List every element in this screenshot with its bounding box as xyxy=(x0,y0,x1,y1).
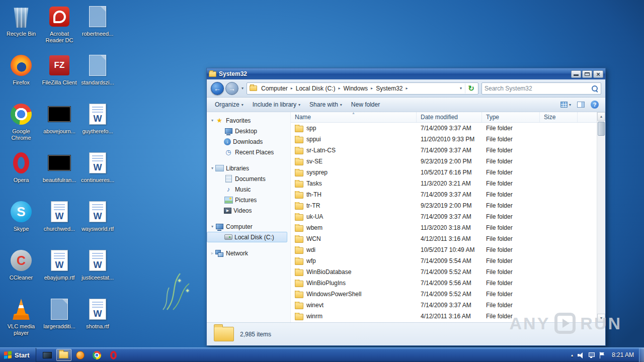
vertical-scrollbar[interactable]: ▲ ▼ xyxy=(597,112,605,322)
toolbar-button[interactable]: Organize ▾ xyxy=(211,99,248,110)
scrollbar-thumb[interactable] xyxy=(598,122,605,136)
file-row[interactable]: sr-Latn-CS 7/14/2009 3:37 AM File folder xyxy=(291,145,597,156)
nav-item[interactable]: ♪ Music xyxy=(207,184,287,195)
desktop-icon[interactable]: S Skype xyxy=(2,197,40,246)
nav-item[interactable]: ↓ Downloads xyxy=(207,136,287,147)
volume-icon[interactable] xyxy=(578,352,584,358)
taskbar-app-button[interactable] xyxy=(40,349,55,361)
desktop-icon[interactable]: W shotna.rtf xyxy=(78,295,117,343)
scroll-down-button[interactable]: ▼ xyxy=(597,314,605,322)
file-row[interactable]: spp 7/14/2009 3:37 AM File folder xyxy=(291,123,597,134)
desktop-icon[interactable]: C CCleaner xyxy=(2,246,40,295)
desktop-icon[interactable]: standardszi... xyxy=(78,51,117,100)
minimize-button[interactable] xyxy=(571,70,581,78)
tree-expander-icon[interactable]: ▾ xyxy=(210,224,215,229)
desktop-icon[interactable]: W churchwed... xyxy=(40,197,78,246)
column-header-name[interactable]: Name ▲ xyxy=(291,112,417,122)
refresh-button[interactable]: ↻ xyxy=(465,83,477,94)
desktop-icon[interactable]: VLC media player xyxy=(2,295,40,343)
desktop-icon[interactable]: beautifulran... xyxy=(40,148,78,197)
toolbar-button[interactable]: New folder xyxy=(347,99,386,110)
desktop-icon[interactable]: W ebayjump.rtf xyxy=(40,246,78,295)
file-row[interactable]: WCN 4/12/2011 3:16 AM File folder xyxy=(291,233,597,244)
breadcrumb-item[interactable]: Local Disk (C:) ▸ xyxy=(294,83,342,94)
forward-button[interactable]: → xyxy=(225,82,238,95)
toolbar-button[interactable]: Share with ▾ xyxy=(305,99,346,110)
taskbar-clock[interactable]: 8:21 AM xyxy=(607,348,639,362)
file-row[interactable]: wfp 7/14/2009 5:54 AM File folder xyxy=(291,255,597,266)
help-button[interactable]: ? xyxy=(588,99,601,110)
taskbar-app-button[interactable] xyxy=(90,349,105,361)
nav-item[interactable]: Documents xyxy=(207,173,287,184)
tree-expander-icon[interactable]: ▹ xyxy=(210,251,215,255)
nav-item[interactable]: Local Disk (C:) xyxy=(207,232,287,242)
nav-item[interactable]: Pictures xyxy=(207,195,287,205)
file-row[interactable]: sppui 11/20/2010 9:33 PM File folder xyxy=(291,134,597,145)
desktop-icon[interactable]: largeradditi... xyxy=(40,295,78,343)
desktop-icon[interactable]: Acrobat Reader DC xyxy=(40,2,78,51)
breadcrumb-separator-icon[interactable]: ▸ xyxy=(369,86,374,90)
breadcrumb-item[interactable]: Computer ▸ xyxy=(260,83,294,94)
search-icon[interactable] xyxy=(591,85,598,92)
desktop-icon[interactable]: Recycle Bin xyxy=(2,2,40,51)
taskbar-app-button[interactable] xyxy=(106,349,121,361)
tree-expander-icon[interactable]: ▾ xyxy=(210,166,215,170)
action-center-flag-icon[interactable] xyxy=(599,352,605,358)
breadcrumb-separator-icon[interactable]: ▸ xyxy=(404,86,409,90)
file-row[interactable]: uk-UA 7/14/2009 3:37 AM File folder xyxy=(291,211,597,222)
window-titlebar[interactable]: System32 xyxy=(207,68,605,79)
file-row[interactable]: wdi 10/5/2017 10:49 AM File folder xyxy=(291,244,597,255)
start-button[interactable]: Start xyxy=(0,348,36,362)
taskbar-app-button[interactable] xyxy=(56,349,71,361)
maximize-button[interactable] xyxy=(582,70,592,78)
file-row[interactable]: th-TH 7/14/2009 3:37 AM File folder xyxy=(291,189,597,200)
nav-item[interactable]: ▾ Libraries xyxy=(207,163,287,173)
show-desktop-button[interactable] xyxy=(639,348,644,362)
search-input[interactable] xyxy=(485,85,591,92)
breadcrumb-separator-icon[interactable]: ▸ xyxy=(289,86,294,90)
address-dropdown-button[interactable]: ▾ xyxy=(457,86,465,90)
desktop-icon[interactable]: abovejourn... xyxy=(40,100,78,148)
file-row[interactable]: sysprep 10/5/2017 6:16 PM File folder xyxy=(291,167,597,178)
desktop-icon[interactable]: Firefox xyxy=(2,51,40,100)
tree-expander-icon[interactable]: ▾ xyxy=(210,118,215,123)
breadcrumb-item[interactable]: Windows ▸ xyxy=(342,83,374,94)
close-button[interactable] xyxy=(593,70,603,78)
desktop-icon[interactable]: W waysworld.rtf xyxy=(78,197,117,246)
breadcrumb-item[interactable]: System32 ▸ xyxy=(374,83,409,94)
nav-item[interactable]: ▾ Computer xyxy=(207,221,287,232)
column-header-date-modified[interactable]: Date modified xyxy=(417,112,482,122)
desktop-icon[interactable]: W justiceestat... xyxy=(78,246,117,295)
nav-item[interactable]: ▾ ★ Favorites xyxy=(207,115,287,126)
back-button[interactable]: ← xyxy=(211,82,224,95)
file-row[interactable]: WinBioDatabase 7/14/2009 5:52 AM File fo… xyxy=(291,266,597,278)
nav-item[interactable]: Desktop xyxy=(207,126,287,136)
scroll-up-button[interactable]: ▲ xyxy=(597,112,605,121)
desktop-icon[interactable]: FZ FileZilla Client xyxy=(40,51,78,100)
column-header-type[interactable]: Type xyxy=(482,112,540,122)
file-row[interactable]: Tasks 11/3/2020 3:21 AM File folder xyxy=(291,178,597,189)
taskbar-app-button[interactable] xyxy=(73,349,88,361)
change-view-button[interactable]: ▾ xyxy=(558,100,574,109)
file-row[interactable]: sv-SE 9/23/2019 2:00 PM File folder xyxy=(291,156,597,167)
file-row[interactable]: tr-TR 9/23/2019 2:00 PM File folder xyxy=(291,200,597,211)
file-row[interactable]: winrm 4/12/2011 3:16 AM File folder xyxy=(291,311,597,322)
file-row[interactable]: WinBioPlugIns 7/14/2009 5:56 AM File fol… xyxy=(291,278,597,289)
tray-overflow-chevron-icon[interactable]: ▴ xyxy=(571,353,573,357)
scrollbar-track[interactable] xyxy=(597,121,605,314)
breadcrumb[interactable]: Computer ▸ Local Disk (C:) ▸ Windows ▸ S… xyxy=(247,82,478,95)
desktop-icon[interactable]: robertneed... xyxy=(78,2,117,51)
preview-pane-button[interactable] xyxy=(575,100,587,109)
file-row[interactable]: winevt 7/14/2009 3:37 AM File folder xyxy=(291,300,597,311)
desktop-icon[interactable]: W continueres... xyxy=(78,148,117,197)
network-icon[interactable] xyxy=(589,352,595,358)
file-row[interactable]: wbem 11/3/2020 3:18 AM File folder xyxy=(291,222,597,233)
toolbar-button[interactable]: Include in library ▾ xyxy=(249,99,304,110)
desktop-icon[interactable]: Google Chrome xyxy=(2,100,40,148)
recent-pages-caret-icon[interactable]: ▾ xyxy=(242,86,244,90)
nav-item[interactable]: ▶ Videos xyxy=(207,205,287,216)
breadcrumb-separator-icon[interactable]: ▸ xyxy=(337,86,342,90)
nav-item[interactable]: ◷ Recent Places xyxy=(207,147,287,157)
desktop-icon[interactable]: Opera xyxy=(2,148,40,197)
file-row[interactable]: WindowsPowerShell 7/14/2009 5:52 AM File… xyxy=(291,289,597,300)
